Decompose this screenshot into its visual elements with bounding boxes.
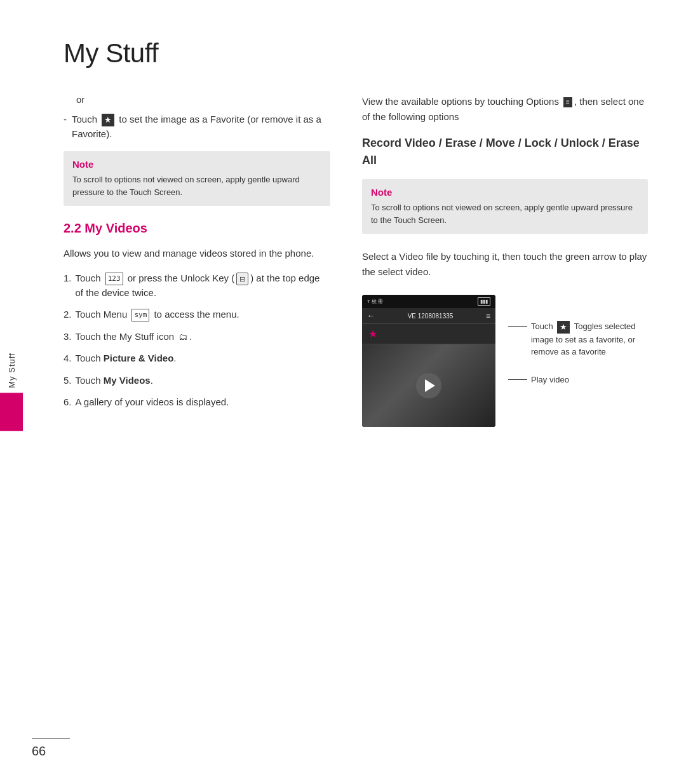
side-tab: My Stuff — [0, 353, 23, 431]
nav-menu-icon[interactable]: ≡ — [486, 311, 490, 320]
callout-play: Play video — [508, 374, 648, 386]
signal-icon: T — [367, 299, 370, 304]
unlock-key-icon: ⊟ — [236, 273, 248, 286]
two-column-layout: or - Touch ★ to set the image as a Favor… — [64, 94, 648, 746]
nav-title: VE 1208081335 — [408, 313, 454, 320]
star-icon: ★ — [102, 114, 114, 126]
sym-icon: sym — [131, 309, 149, 322]
step-3: 3. Touch the My Stuff icon 🗂. — [64, 330, 330, 344]
callout-play-text: Play video — [508, 374, 648, 386]
side-tab-label: My Stuff — [7, 353, 17, 388]
main-content: My Stuff or - Touch ★ to set the image a… — [32, 0, 686, 784]
options-heading: Record Video / Erase / Move / Lock / Unl… — [362, 135, 648, 169]
or-text: or — [76, 94, 330, 105]
phone-status-bar: T 校 冊 ▮▮▮ — [362, 295, 495, 308]
select-video-text: Select a Video file by touching it, then… — [362, 249, 648, 280]
page-number: 66 — [32, 744, 46, 759]
callout-dash-2 — [508, 379, 527, 380]
note-text-left: To scroll to options not viewed on scree… — [72, 173, 321, 198]
section-intro: Allows you to view and manage videos sto… — [64, 246, 330, 261]
right-column: View the available options by touching O… — [362, 94, 648, 746]
data-icon: 冊 — [378, 298, 383, 305]
left-column: or - Touch ★ to set the image as a Favor… — [64, 94, 330, 746]
callout-star-text: Touch ★ Toggles selected image to set as… — [508, 320, 648, 358]
step-1: 1. Touch 123 or press the Unlock Key (⊟)… — [64, 271, 330, 300]
page: My Stuff My Stuff or - Touch ★ to set th… — [0, 0, 686, 784]
step-5: 5. Touch My Videos. — [64, 374, 330, 388]
step-5-num: 5. — [64, 374, 72, 388]
steps-list: 1. Touch 123 or press the Unlock Key (⊟)… — [64, 271, 330, 410]
step-6-text: A gallery of your videos is displayed. — [76, 395, 229, 410]
status-icons: T 校 冊 — [367, 298, 383, 305]
step-1-num: 1. — [64, 271, 72, 286]
callout-dash-1 — [508, 326, 527, 327]
step-4: 4. Touch Picture & Video. — [64, 351, 330, 366]
step-2: 2. Touch Menu sym to access the menu. — [64, 308, 330, 322]
page-divider — [32, 738, 70, 739]
phone-area: T 校 冊 ▮▮▮ ← VE 1208081335 ≡ — [362, 295, 648, 427]
phone-nav-bar: ← VE 1208081335 ≡ — [362, 308, 495, 324]
callout-area: Touch ★ Toggles selected image to set as… — [508, 295, 648, 401]
my-videos-label: My Videos — [104, 375, 151, 386]
step-3-num: 3. — [64, 330, 72, 344]
back-button[interactable]: ← — [367, 311, 375, 320]
bullet-touch-star: - Touch ★ to set the image as a Favorite… — [64, 112, 330, 141]
step-2-num: 2. — [64, 308, 72, 322]
note-box-right: Note To scroll to options not viewed on … — [362, 179, 648, 234]
phone-star-icon[interactable]: ★ — [368, 328, 377, 339]
page-bottom: 66 — [32, 738, 70, 759]
step-4-num: 4. — [64, 351, 72, 366]
wifi-icon: 校 — [372, 298, 377, 305]
callout-star-icon: ★ — [557, 321, 570, 334]
note-text-right: To scroll to options not viewed on scree… — [371, 201, 639, 226]
bullet-text: Touch ★ to set the image as a Favorite (… — [72, 112, 330, 141]
step-2-text: Touch Menu sym to access the menu. — [76, 308, 239, 322]
battery-icon: ▮▮▮ — [478, 297, 490, 306]
phone-video-thumb — [362, 344, 495, 427]
play-button[interactable] — [416, 373, 441, 398]
123-icon: 123 — [105, 273, 123, 286]
note-title-left: Note — [72, 159, 321, 170]
phone-star-row: ★ — [362, 324, 495, 344]
step-3-text: Touch the My Stuff icon 🗂. — [76, 330, 192, 344]
phone-content: ★ — [362, 324, 495, 427]
callout-star-label: Touch ★ Toggles selected image to set as… — [531, 320, 648, 358]
side-tab-bar — [0, 393, 23, 431]
callout-play-label: Play video — [531, 374, 569, 386]
picture-video-label: Picture & Video — [104, 353, 174, 363]
step-1-text: Touch 123 or press the Unlock Key (⊟) at… — [76, 271, 330, 300]
page-title: My Stuff — [64, 38, 648, 69]
options-menu-icon: ≡ — [563, 97, 572, 107]
step-5-text: Touch My Videos. — [76, 374, 153, 388]
callout-star: Touch ★ Toggles selected image to set as… — [508, 320, 648, 358]
step-4-text: Touch Picture & Video. — [76, 351, 177, 366]
phone-mockup: T 校 冊 ▮▮▮ ← VE 1208081335 ≡ — [362, 295, 495, 427]
right-intro: View the available options by touching O… — [362, 94, 648, 125]
folder-icon: 🗂 — [178, 330, 187, 344]
step-6-num: 6. — [64, 395, 72, 410]
note-box-left: Note To scroll to options not viewed on … — [64, 151, 330, 206]
play-triangle-icon — [425, 379, 435, 392]
note-title-right: Note — [371, 187, 639, 198]
bullet-dash: - — [64, 112, 67, 127]
section-heading-my-videos: 2.2 My Videos — [64, 221, 330, 236]
step-6: 6. A gallery of your videos is displayed… — [64, 395, 330, 410]
